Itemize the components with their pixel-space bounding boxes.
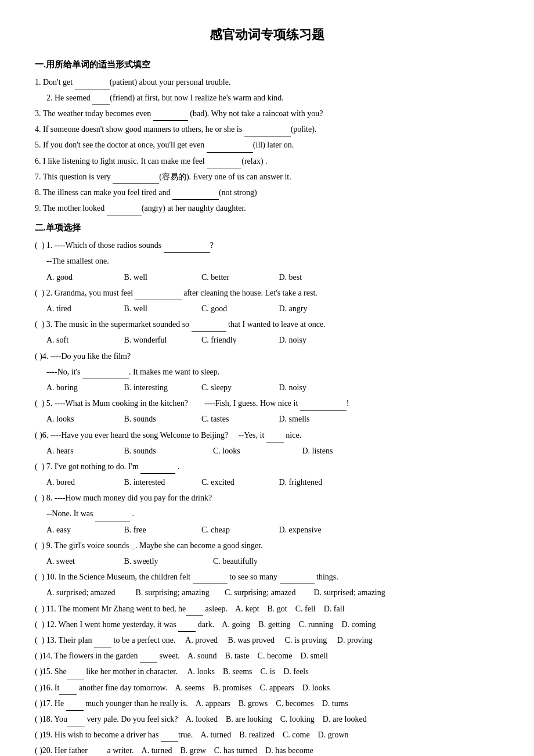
blank-mc4 (82, 370, 129, 379)
mc-q5: ( ) 5. ----What is Mum cooking in the ki… (35, 396, 499, 411)
opt-d: D. angry (279, 301, 337, 316)
q9-fill: 9. The mother looked (angry) at her naug… (35, 201, 499, 215)
opt-a: A. good (46, 270, 104, 285)
blank-mc2 (135, 291, 182, 300)
mc-q7-opts: A. bored B. interested C. excited D. fri… (46, 475, 499, 489)
mc-q8-opts: A. easy B. free C. cheap D. expensive (46, 523, 499, 537)
blank-mc17 (66, 701, 84, 711)
q4-fill: 4. If someone doesn't show good manners … (35, 122, 499, 136)
mc-q15: ( )15. She like her mother in character.… (35, 664, 499, 679)
blank-mc12 (178, 622, 196, 632)
mc-q18: ( )18. You very pale. Do you feel sick? … (35, 712, 499, 726)
mc-q7: ( ) 7. I've got nothing to do. I'm . (35, 459, 499, 474)
mc-q13: ( ) 13. Their plan to be a perfect one. … (35, 633, 499, 647)
blank-mc16 (59, 686, 77, 695)
mc-q9: ( ) 9. The girl's voice sounds _. Maybe … (35, 538, 499, 553)
opt-d: D. noisy (279, 333, 337, 347)
mc-q20: ( )20. Her father a writer. A. turned B.… (35, 743, 499, 756)
opt-c: C. tastes (201, 412, 259, 426)
q1-fill: 1. Don't get (patient) about your person… (35, 75, 499, 89)
opt-b: B. surprising; amazing (136, 585, 211, 600)
q6-fill: 6. I like listening to light music. It c… (35, 154, 499, 168)
mc-q2-opts: A. tired B. well C. good D. angry (46, 301, 499, 316)
blank-5 (207, 143, 253, 153)
mc-q9-opts: A. sweet B. sweetly C. beautifully (46, 554, 499, 568)
mc-q10-opts: A. surprised; amazed B. surprising; amaz… (46, 585, 499, 600)
blank-7 (113, 175, 159, 184)
mc-q6: ( )6. ----Have you ever heard the song W… (35, 428, 499, 442)
mc-q4: ( )4. ----Do you like the film? (35, 349, 499, 363)
opt-b: B. sweetly (124, 554, 200, 568)
mc-q5-opts: A. looks B. sounds C. tastes D. smells (46, 412, 499, 426)
opt-a: A. bored (46, 475, 104, 489)
blank-4 (244, 127, 291, 136)
opt-d: D. surprised; amazing (314, 585, 389, 600)
page-title: 感官动词专项练习题 (35, 23, 499, 46)
mc-q4-sub: ----No, it's . It makes me want to sleep… (46, 365, 499, 379)
opt-b: B. well (124, 301, 182, 316)
opt-d: D. listens (302, 444, 360, 458)
mc-q1-sub: --The smallest one. (46, 254, 499, 268)
opt-d: D. expensive (279, 523, 337, 537)
opt-c: C. friendly (201, 333, 259, 347)
opt-a: A. tired (46, 301, 104, 316)
opt-a: A. easy (46, 523, 104, 537)
mc-q16: ( )16. It another fine day tomorrow. A. … (35, 681, 499, 695)
blank-2 (92, 96, 110, 105)
q3-fill: 3. The weather today becomes even (bad).… (35, 106, 499, 121)
mc-q3-opts: A. soft B. wonderful C. friendly D. nois… (46, 333, 499, 347)
opt-c: C. excited (201, 475, 259, 489)
mc-q4-opts: A. boring B. interesting C. sleepy D. no… (46, 380, 499, 395)
opt-d: D. frightened (279, 475, 337, 489)
q7-fill: 7. This question is very (容易的). Every on… (35, 170, 499, 184)
mc-q3: ( ) 3. The music in the supermarket soun… (35, 317, 499, 332)
blank-8 (172, 190, 219, 200)
opt-d: D. noisy (279, 380, 337, 395)
blank-9 (107, 206, 142, 215)
blank-mc8 (95, 512, 130, 521)
opt-d: D. best (279, 270, 337, 285)
mc-q19: ( )19. His wish to become a driver has t… (35, 728, 499, 742)
opt-c: C. good (201, 301, 259, 316)
blank-mc14 (140, 654, 157, 663)
mc-q8: ( ) 8. ----How much money did you pay fo… (35, 491, 499, 505)
blank-6 (207, 159, 241, 168)
mc-q8-sub: --None. It was . (46, 506, 499, 521)
blank-mc20 (89, 748, 107, 756)
opt-a: A. sweet (46, 554, 104, 568)
blank-3 (153, 111, 188, 121)
mc-q14: ( )14. The flowers in the garden sweet. … (35, 649, 499, 663)
mc-q1: ( ) 1. ----Which of those radios sounds … (35, 238, 499, 253)
opt-a: A. hears (46, 444, 104, 458)
opt-a: A. boring (46, 380, 104, 395)
opt-b: B. interested (124, 475, 182, 489)
blank-mc1 (164, 243, 210, 253)
blank-mc13 (94, 638, 111, 647)
opt-c: C. sleepy (201, 380, 259, 395)
opt-c: C. better (201, 270, 259, 285)
mc-q2: ( ) 2. Grandma, you must feel after clea… (35, 286, 499, 300)
blank-mc6 (266, 433, 284, 442)
q8-fill: 8. The illness can make you feel tired a… (35, 185, 499, 200)
section2-title: 二.单项选择 (35, 220, 499, 236)
mc-q1-opts: A. good B. well C. better D. best (46, 270, 499, 285)
blank-mc10a (193, 575, 228, 584)
blank-mc3 (192, 322, 226, 332)
opt-a: A. looks (46, 412, 104, 426)
blank-1 (75, 80, 110, 89)
opt-c: C. surprising; amazed (225, 585, 300, 600)
opt-c: C. cheap (201, 523, 259, 537)
blank-mc11 (186, 607, 203, 616)
q5-fill: 5. If you don't see the doctor at once, … (35, 138, 499, 152)
blank-mc10b (280, 575, 315, 584)
mc-q11: ( ) 11. The moment Mr Zhang went to bed,… (35, 602, 499, 616)
blank-mc19 (161, 733, 178, 742)
section1: 一.用所给单词的适当形式填空 1. Don't get (patient) ab… (35, 57, 499, 216)
opt-b: B. interesting (124, 380, 182, 395)
mc-q10: ( ) 10. In the Science Museum, the child… (35, 570, 499, 584)
q2-fill: 2. He seemed (friend) at first, but now … (46, 91, 499, 105)
mc-q6-opts: A. hears B. sounds C. looks D. listens (46, 444, 499, 458)
mc-q17: ( )17. He much younger than he really is… (35, 696, 499, 711)
blank-mc18 (67, 717, 85, 726)
section2: 二.单项选择 ( ) 1. ----Which of those radios … (35, 220, 499, 756)
